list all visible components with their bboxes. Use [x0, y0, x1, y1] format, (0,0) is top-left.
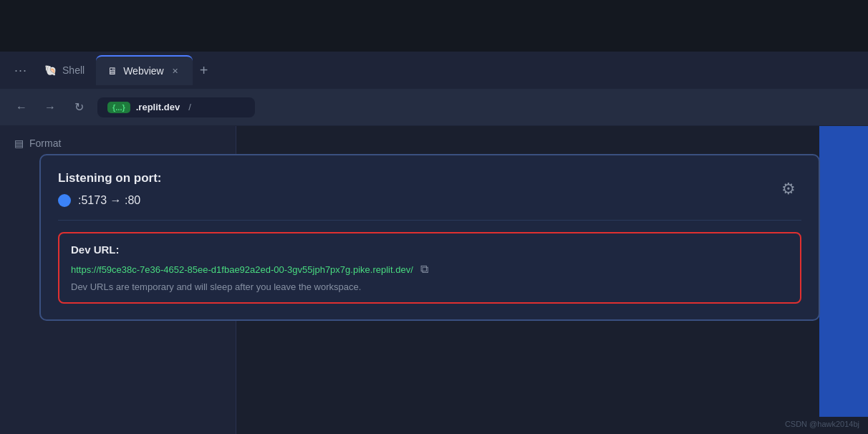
copy-icon[interactable]: ⧉ [420, 263, 428, 276]
address-bar: ← → ↻ {...} .replit.dev / [0, 89, 868, 126]
watermark: CSDN @hawk2014bj [785, 420, 859, 428]
tab-close-button[interactable]: ✕ [170, 65, 181, 77]
forward-button[interactable]: → [40, 97, 60, 117]
tab-webview[interactable]: 🖥 Webview ✕ [96, 55, 193, 85]
shell-tab-icon: 🐚 [44, 64, 57, 76]
url-box[interactable]: {...} .replit.dev / [97, 97, 255, 117]
url-path: / [188, 102, 191, 112]
dev-url-note: Dev URLs are temporary and will sleep af… [71, 281, 789, 292]
port-card: Listening on port: :5173 → :80 ⚙ Dev URL… [39, 154, 820, 321]
gear-icon: ⚙ [781, 180, 796, 198]
tab-shell[interactable]: 🐚 Shell [33, 55, 96, 85]
format-label: Format [29, 138, 61, 149]
dev-url-link-row: https://f59ce38c-7e36-4652-85ee-d1fbae92… [71, 263, 789, 276]
dev-url-label: Dev URL: [71, 243, 789, 256]
back-button[interactable]: ← [11, 97, 32, 117]
reload-button[interactable]: ↻ [69, 97, 89, 117]
port-section: Listening on port: :5173 → :80 ⚙ [58, 171, 801, 207]
right-strip [819, 126, 868, 417]
url-badge: {...} [107, 102, 130, 113]
port-info: Listening on port: :5173 → :80 [58, 171, 161, 207]
url-domain: .replit.dev [136, 102, 180, 112]
settings-button[interactable]: ⚙ [776, 176, 801, 202]
divider [58, 220, 801, 221]
port-status-dot [58, 194, 71, 207]
more-button[interactable]: ··· [9, 63, 33, 78]
dev-url-section: Dev URL: https://f59ce38c-7e36-4652-85ee… [58, 232, 801, 304]
port-text: :5173 → :80 [78, 194, 140, 207]
webview-tab-label: Webview [123, 65, 164, 77]
format-icon: ▤ [14, 138, 24, 149]
add-tab-button[interactable]: + [193, 62, 216, 79]
port-title: Listening on port: [58, 171, 161, 185]
port-value-row: :5173 → :80 [58, 194, 161, 207]
dev-url-link[interactable]: https://f59ce38c-7e36-4652-85ee-d1fbae92… [71, 264, 413, 275]
shell-tab-label: Shell [62, 64, 85, 76]
tab-bar: ··· 🐚 Shell 🖥 Webview ✕ + [0, 52, 868, 89]
webview-tab-icon: 🖥 [107, 65, 117, 77]
top-bar [0, 0, 868, 52]
